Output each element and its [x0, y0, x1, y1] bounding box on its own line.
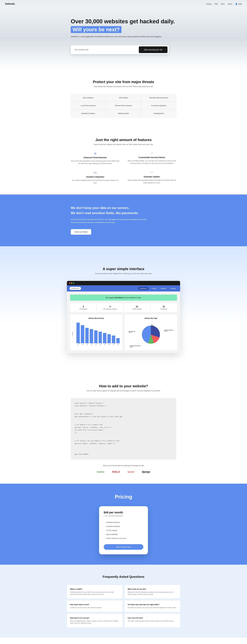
- price-item: High availability: [104, 532, 143, 536]
- stat-card: 3XSS Stopped: [70, 303, 97, 312]
- threat-cell: Local File Inclusions: [71, 102, 106, 109]
- faq-grid: What is a WAF?A Web Application Firewall…: [67, 585, 180, 627]
- bar-col: Spain: [116, 338, 120, 345]
- pie-label: XSS15.4 %: [151, 324, 154, 327]
- cta-section: Ready to protect your website? Experienc…: [0, 638, 247, 644]
- bar-col: Indonesia: [90, 329, 93, 345]
- feature-item: 〰Automatic UpdatesStay protected with au…: [127, 171, 176, 184]
- hero-headline: Over 30,000 websites get hacked daily.: [71, 18, 176, 24]
- threat-cell: Remote File Inclusions: [106, 102, 141, 109]
- nav-links: Pricing FAQ Docs About 👤 Login: [206, 3, 242, 5]
- pie-chart: [142, 326, 160, 344]
- feature-item: 〰Customizable Security PoliciesWith our …: [127, 152, 176, 165]
- threat-cell: Remote Code Executions: [141, 94, 176, 102]
- pie-label: SQL Injection11.5 %: [129, 331, 135, 333]
- code-title: How to add to your website?: [0, 384, 247, 388]
- pie-label: Remote File Inclusion38.5 %: [130, 345, 141, 348]
- threat-cell: XSS Attacks: [106, 94, 141, 102]
- faq-item: Are there any extra fees for high traffi…: [125, 600, 180, 612]
- code-block: const express = require('express');const…: [71, 398, 176, 460]
- navbar: Defendix Pricing FAQ Docs About 👤 Login: [0, 0, 247, 8]
- threat-cell: Scraping Bots: [141, 110, 176, 117]
- interface-sub: See every attack we've stopped from reac…: [0, 272, 247, 274]
- tech-laravel: laravel: [128, 471, 134, 473]
- code-sub: Use our open source agents for popular w…: [0, 390, 247, 392]
- pricing-title: Pricing: [0, 494, 247, 500]
- threat-cell: Bruteforce Attacks: [71, 110, 106, 117]
- feature-item: ⊞Advanced Threat DetectionWe use the lat…: [71, 152, 120, 165]
- pie-chart-card: Attacks By Type XSS15.4 % SQL Injection1…: [125, 315, 177, 350]
- trial-button[interactable]: Start 7-day free trial: [104, 544, 143, 550]
- bar-col: Germany: [76, 323, 80, 345]
- tech-row: node● RAILS laravel django: [0, 470, 247, 473]
- threat-cell: SQL Injections: [71, 94, 106, 102]
- attacks-banner: We stopped 26 attacks on your website in…: [70, 294, 177, 300]
- threats-grid: SQL Injections XSS Attacks Remote Code E…: [71, 94, 176, 117]
- privacy-h1: We don't keep your data on our servers.: [71, 206, 176, 210]
- interface-title: A super simple interface: [0, 267, 247, 271]
- url-form: Start securing your site: [71, 45, 169, 54]
- code-icon: ⟨•⟩: [71, 171, 120, 174]
- price-item: Unlimited incidents: [104, 524, 143, 528]
- features-sub: Stop threats like malware and hackers wi…: [0, 144, 247, 146]
- tech-note: Works out-of-the-box with the following …: [0, 465, 247, 466]
- nav-pricing[interactable]: Pricing: [206, 3, 211, 5]
- start-securing-button[interactable]: Start securing your site: [139, 46, 168, 53]
- faq-item: How hard is it to set up?Setup is straig…: [67, 614, 122, 627]
- max-dot: [73, 282, 74, 284]
- bar-col: Brazil: [85, 328, 89, 345]
- price-item: Cancel whenever you want: [104, 536, 143, 540]
- dashboard-mock: yoursite.com Dashboard Threats Blacklist…: [67, 281, 180, 353]
- price-item: 7/7 live support: [104, 528, 143, 532]
- pie-wrap: XSS15.4 % SQL Injection11.5 % Headless B…: [127, 322, 174, 348]
- threat-cell: Malicious Bots: [106, 110, 141, 117]
- bar-chart-card: Attacks By Country Attacks 86420 Germany…: [70, 315, 122, 350]
- stats-row: 3XSS Stopped 4SQL Injections Stopped 10L…: [70, 303, 177, 312]
- tab-settings: Settings: [169, 287, 178, 290]
- privacy-h2: We don't read sensitive fields, like pas…: [71, 211, 176, 215]
- interface-section: A super simple interface See every attac…: [0, 246, 247, 374]
- logo: Defendix: [5, 2, 15, 5]
- threats-section: Protect your site from major threats Sto…: [0, 70, 247, 128]
- mock-nav: yoursite.com Dashboard Threats Blacklist…: [67, 285, 180, 292]
- y-axis: 86420: [73, 322, 73, 342]
- tech-node: node●: [97, 470, 104, 473]
- settings-icon: 〰: [127, 152, 176, 155]
- nav-faq[interactable]: FAQ: [215, 3, 218, 5]
- bar-col: India: [81, 325, 84, 345]
- threats-sub: Stop threats like malware and hackers wi…: [0, 86, 247, 88]
- window-controls: [67, 281, 180, 285]
- pie-label: Headless Browser34.6 %: [164, 330, 173, 332]
- mock-body: We stopped 26 attacks on your website in…: [67, 292, 180, 353]
- stat-card: 10LFI/RFI Stopped: [124, 303, 150, 312]
- privacy-section: We don't keep your data on our servers. …: [0, 194, 247, 246]
- price-item: Unlimited requests: [104, 520, 143, 524]
- nav-docs[interactable]: Docs: [221, 3, 225, 5]
- price-list: Unlimited requests Unlimited incidents 7…: [104, 520, 143, 540]
- bar-col: Japan: [107, 334, 111, 345]
- faq-title: Frequently Asked Questions: [0, 575, 247, 578]
- url-input[interactable]: [72, 46, 139, 53]
- code-section: How to add to your website? Use our open…: [0, 374, 247, 484]
- price: $49 per month: [104, 511, 143, 514]
- tab-threats: Threats: [150, 287, 158, 290]
- tech-django: django: [142, 470, 150, 473]
- nav-login[interactable]: 👤 Login: [235, 3, 242, 5]
- stat-card: 4SQL Injections Stopped: [97, 303, 123, 312]
- bar-col: United Kingdom: [103, 333, 106, 345]
- tech-rails: RAILS: [112, 470, 120, 473]
- features-title: Just the right amount of features: [0, 138, 247, 142]
- stat-card: 13IPs Blocked: [151, 303, 177, 312]
- close-dot: [69, 282, 70, 284]
- feature-item: ⟨•⟩Seamless IntegrationOur smooth integr…: [71, 171, 120, 184]
- mock-tabs: Dashboard Threats Blacklist Settings: [138, 287, 178, 290]
- refresh-icon: 〰: [127, 171, 176, 174]
- hero-sub: Defendix is a web application firewall t…: [71, 36, 176, 38]
- charts-row: Attacks By Country Attacks 86420 Germany…: [70, 315, 177, 350]
- github-button[interactable]: Check our GitHub: [71, 229, 91, 235]
- faq-section: Frequently Asked Questions What is a WAF…: [0, 565, 247, 638]
- tab-blacklist: Blacklist: [159, 287, 168, 290]
- features-grid: ⊞Advanced Threat DetectionWe use the lat…: [71, 152, 176, 184]
- hero-highlight: Will yours be next?: [71, 26, 121, 33]
- nav-about[interactable]: About: [228, 3, 232, 5]
